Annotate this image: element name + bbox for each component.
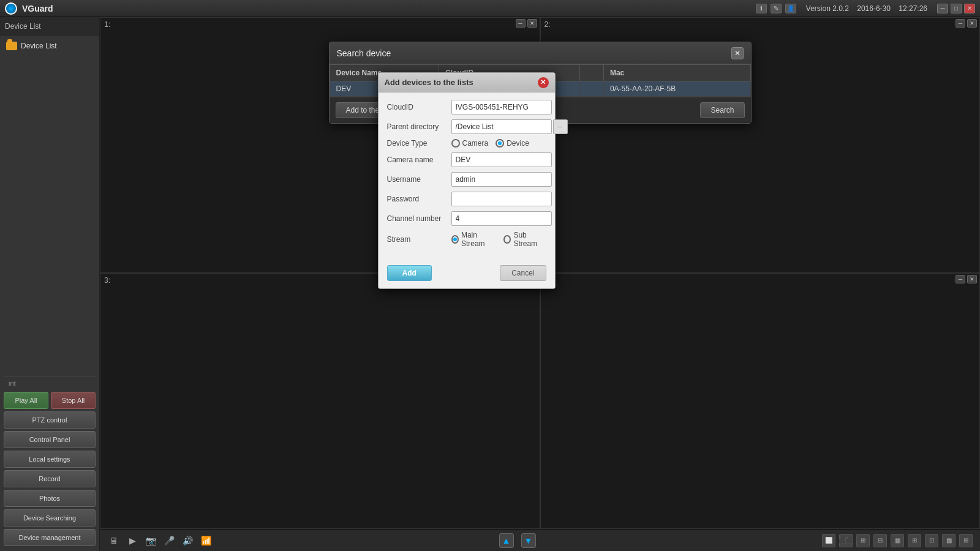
ptz-control-button[interactable]: PTZ control [4,411,96,429]
play-icon[interactable]: ▶ [126,534,139,547]
device-searching-button[interactable]: Device Searching [4,509,96,527]
speaker-icon[interactable]: 🔊 [181,534,194,547]
photos-button[interactable]: Photos [4,490,96,507]
record-button[interactable]: Record [4,470,96,487]
camera-icon[interactable]: 📷 [144,534,157,547]
cloud-id-row: CloudID [387,100,546,114]
add-button[interactable]: Add [387,265,432,281]
camera-radio-dot [451,139,460,148]
video-minimize-4[interactable]: ─ [956,275,965,283]
minimize-button[interactable]: ─ [937,4,948,13]
layout-6grid-button[interactable]: ⊟ [873,534,887,547]
video-close-2[interactable]: ✕ [967,19,977,28]
parent-dir-label: Parent directory [387,122,451,131]
video-label-3: 3: [100,274,114,287]
username-input[interactable] [451,172,552,187]
browse-button[interactable]: ··· [553,119,568,134]
camera-radio[interactable]: Camera [451,139,489,148]
video-minimize-1[interactable]: ─ [516,19,526,28]
close-button[interactable]: ✕ [964,4,975,13]
cell-mac: 0A-55-AA-20-AF-5B [603,81,750,97]
layout-12grid-button[interactable]: ⊡ [925,534,938,547]
taskbar-center: ▲ ▼ [499,533,536,548]
device-management-button[interactable]: Device management [4,529,96,546]
folder-icon [6,42,17,50]
layout-custom-button[interactable]: ⊞ [959,534,973,547]
device-radio[interactable]: Device [496,139,529,148]
add-dialog-body: CloudID Parent directory ··· Device Type [379,92,555,260]
sidebar-item-device-list[interactable]: Device List [2,39,97,53]
layout-9grid-button[interactable]: ⊞ [908,534,921,547]
layout-4grid-button[interactable]: ⊞ [856,534,870,547]
video-close-4[interactable]: ✕ [967,275,977,283]
monitor-icon[interactable]: 🖥 [107,534,121,547]
control-panel-button[interactable]: Control Panel [4,431,96,448]
add-dialog-header: Add devices to the lists ✕ [379,73,555,92]
video-label-1: 1: [100,18,114,31]
content-area: 1: ─ ✕ 2: ─ ✕ 3: ─ ✕ [100,17,980,551]
main-stream-radio-dot [451,235,459,244]
version-info: Version 2.0.2 2016-6-30 12:27:26 [806,4,927,13]
channel-number-input[interactable] [451,211,552,226]
channel-number-row: Channel number [387,211,546,226]
camera-name-label: Camera name [387,156,451,164]
username-label: Username [387,175,451,184]
taskbar-right: ⬜ ⬛⬛ ⊞ ⊟ ▦ ⊞ ⊡ ▩ ⊞ [822,534,973,547]
search-button[interactable]: Search [700,102,744,118]
parent-dir-input-group: ··· [451,119,568,134]
taskbar-left: 🖥 ▶ 📷 🎤 🔊 📶 [107,534,213,547]
video-minimize-2[interactable]: ─ [956,19,965,28]
search-dialog-header: Search device ✕ [330,42,751,64]
nav-up-button[interactable]: ▲ [499,533,514,548]
stop-all-button[interactable]: Stop All [51,392,96,409]
video-cell-3: 3: ─ ✕ [100,273,540,529]
password-label: Password [387,195,451,203]
layout-16grid-button[interactable]: ▩ [942,534,956,547]
user-icon[interactable]: 👤 [785,4,796,13]
play-all-button[interactable]: Play All [4,392,48,409]
parent-dir-input[interactable] [451,119,552,134]
sidebar-footer: int [4,377,96,389]
restore-button[interactable]: □ [951,4,962,13]
titlebar-icons: ℹ ✎ 👤 [756,4,796,13]
app-logo-icon [5,2,17,15]
channel-number-label: Channel number [387,214,451,223]
layout-single-button[interactable]: ⬜ [822,534,835,547]
parent-dir-row: Parent directory ··· [387,119,546,134]
signal-icon[interactable]: 📶 [199,534,213,547]
main-layout: Device List Device List int Play All Sto… [0,17,980,551]
main-stream-radio[interactable]: Main Stream [451,231,496,248]
video-label-2: 2: [541,18,554,31]
info-icon[interactable]: ℹ [756,4,767,13]
video-close-1[interactable]: ✕ [527,19,537,28]
add-dialog-close-button[interactable]: ✕ [538,77,549,88]
search-dialog-title: Search device [337,48,391,58]
titlebar-left: VGuard [5,2,53,15]
play-stop-row: Play All Stop All [4,392,96,409]
tree-item-label: Device List [21,42,57,50]
search-dialog-close-button[interactable]: ✕ [731,47,744,59]
add-devices-dialog: Add devices to the lists ✕ CloudID Paren… [378,72,556,289]
layout-8grid-button[interactable]: ▦ [891,534,904,547]
add-dialog-title: Add devices to the lists [385,78,473,87]
device-list-tree: Device List [0,36,99,372]
cloud-id-label: CloudID [387,103,451,111]
device-type-label: Device Type [387,139,451,148]
cloud-id-input[interactable] [451,100,552,114]
titlebar: VGuard ℹ ✎ 👤 Version 2.0.2 2016-6-30 12:… [0,0,980,17]
col-mac: Mac [603,65,750,81]
app-title: VGuard [22,4,53,13]
stream-radio-group: Main Stream Sub Stream [451,231,546,248]
sub-stream-radio[interactable]: Sub Stream [503,231,546,248]
cancel-button[interactable]: Cancel [500,265,546,281]
password-input[interactable] [451,192,552,206]
stream-row: Stream Main Stream Sub Stream [387,231,546,248]
add-dialog-footer: Add Cancel [379,260,555,288]
device-type-radio-group: Camera Device [451,139,529,148]
nav-down-button[interactable]: ▼ [521,533,536,548]
layout-2col-button[interactable]: ⬛⬛ [839,534,853,547]
edit-icon[interactable]: ✎ [771,4,782,13]
local-settings-button[interactable]: Local settings [4,451,96,468]
microphone-icon[interactable]: 🎤 [162,534,176,547]
camera-name-input[interactable] [451,152,552,167]
